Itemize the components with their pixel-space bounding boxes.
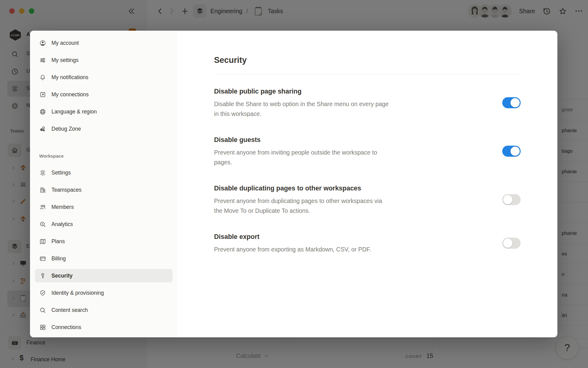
settings-sidebar: My account My settings My notifications … — [30, 31, 177, 337]
settings-item-debug-zone[interactable]: Debug Zone — [35, 122, 172, 136]
settings-item-members[interactable]: Members — [35, 200, 172, 214]
settings-item-billing[interactable]: Billing — [35, 252, 172, 265]
people-icon — [39, 204, 46, 211]
setting-heading: Disable public page sharing — [214, 87, 465, 96]
person-circle-icon — [39, 40, 46, 47]
setting-row-public-page-sharing: Disable public page sharing Disable the … — [214, 87, 521, 119]
settings-item-label: My settings — [51, 57, 79, 63]
toggle-disable-duplicating[interactable] — [502, 194, 521, 205]
search-icon — [39, 307, 46, 314]
grid-icon — [39, 324, 46, 331]
setting-heading: Disable guests — [214, 135, 465, 144]
setting-description: Prevent anyone from inviting people outs… — [214, 148, 465, 167]
settings-item-label: Members — [51, 204, 74, 210]
setting-row-disable-export: Disable export Prevent anyone from expor… — [214, 232, 521, 254]
settings-item-content-search[interactable]: Content search — [35, 303, 172, 317]
security-settings-panel: Security Disable public page sharing Dis… — [177, 31, 557, 337]
settings-item-label: Identity & provisioning — [51, 290, 104, 296]
settings-item-label: Content search — [51, 307, 88, 313]
settings-item-label: My connections — [51, 91, 89, 98]
setting-description: Disable the Share to web option in the S… — [214, 99, 465, 119]
setting-row-disable-guests: Disable guests Prevent anyone from invit… — [214, 135, 521, 167]
key-icon — [39, 272, 46, 279]
divider — [214, 74, 521, 75]
settings-item-my-account[interactable]: My account — [35, 36, 172, 50]
settings-item-my-settings[interactable]: My settings — [35, 53, 172, 67]
setting-description: Prevent anyone from duplicating pages to… — [214, 196, 465, 216]
toggle-disable-public-page-sharing[interactable] — [502, 97, 521, 108]
map-icon — [39, 238, 46, 245]
sliders-icon — [39, 57, 46, 64]
settings-item-label: Teamspaces — [51, 187, 81, 193]
settings-item-label: Connections — [51, 324, 81, 331]
settings-item-label: Billing — [51, 255, 66, 262]
settings-item-label: My account — [51, 40, 79, 46]
settings-item-label: Language & region — [51, 109, 97, 115]
settings-item-label: Debug Zone — [51, 126, 81, 132]
setting-description: Prevent anyone from exporting as Markdow… — [214, 244, 465, 254]
settings-item-my-connections[interactable]: My connections — [35, 88, 172, 101]
settings-item-label: Settings — [51, 170, 71, 176]
bell-icon — [39, 74, 46, 81]
search-sparkle-icon — [39, 221, 46, 228]
settings-item-connections[interactable]: Connections — [35, 320, 172, 334]
setting-row-disable-duplicating: Disable duplicating pages to other works… — [214, 184, 521, 216]
globe-icon — [39, 108, 46, 115]
settings-item-label: Plans — [51, 238, 65, 245]
settings-item-language-region[interactable]: Language & region — [35, 105, 172, 118]
settings-item-teamspaces[interactable]: Teamspaces — [35, 183, 172, 197]
shield-check-icon — [39, 289, 46, 297]
building-icon — [39, 186, 46, 194]
settings-item-label: Security — [51, 273, 73, 279]
setting-heading: Disable duplicating pages to other works… — [214, 184, 465, 193]
settings-item-plans[interactable]: Plans — [35, 235, 172, 248]
toggle-disable-guests[interactable] — [502, 146, 521, 157]
settings-item-identity-provisioning[interactable]: Identity & provisioning — [35, 286, 172, 300]
settings-item-security[interactable]: Security — [35, 269, 172, 282]
page-title: Security — [214, 55, 521, 66]
workspace-section-header: Workspace — [35, 153, 172, 159]
settings-modal: My account My settings My notifications … — [30, 31, 557, 337]
settings-item-label: My notifications — [51, 74, 89, 81]
toggle-disable-export[interactable] — [502, 238, 521, 249]
shapes-icon — [39, 125, 46, 132]
setting-heading: Disable export — [214, 232, 465, 241]
settings-item-analytics[interactable]: Analytics — [35, 217, 172, 231]
settings-item-my-notifications[interactable]: My notifications — [35, 71, 172, 84]
credit-card-icon — [39, 255, 46, 262]
gear-icon — [39, 169, 46, 176]
arrow-out-box-icon — [39, 91, 46, 98]
settings-item-workspace-settings[interactable]: Settings — [35, 166, 172, 179]
settings-item-label: Analytics — [51, 221, 73, 228]
notion-window: Engineering / Tasks — [0, 0, 588, 368]
